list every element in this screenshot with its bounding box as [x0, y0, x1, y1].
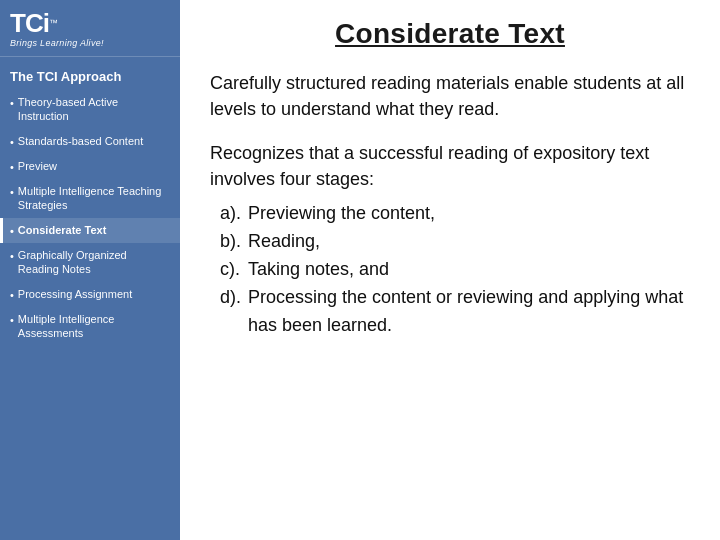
- bullet-icon: •: [10, 135, 14, 149]
- stages-list: a). Previewing the content, b). Reading,…: [210, 200, 690, 339]
- logo-text: TCi: [10, 10, 49, 36]
- intro-paragraph: Carefully structured reading materials e…: [210, 70, 690, 122]
- sidebar-item-considerate-text-label: Considerate Text: [18, 223, 106, 237]
- list-item: a). Previewing the content,: [220, 200, 690, 228]
- sidebar-item-multiple-assessments[interactable]: • Multiple Intelligence Assessments: [0, 307, 180, 346]
- bullet-icon: •: [10, 160, 14, 174]
- logo: TCi™: [10, 10, 58, 36]
- sidebar-item-theory-label: Theory-based Active Instruction: [18, 95, 170, 124]
- sidebar-item-processing-label: Processing Assignment: [18, 287, 132, 301]
- stage-text-b: Reading,: [248, 228, 320, 256]
- bullet-icon: •: [10, 224, 14, 238]
- stage-text-c: Taking notes, and: [248, 256, 389, 284]
- sidebar-item-graphically-label: Graphically Organized Reading Notes: [18, 248, 170, 277]
- stage-label-a: a).: [220, 200, 242, 228]
- sidebar-item-standards-label: Standards-based Content: [18, 134, 143, 148]
- bullet-icon: •: [10, 288, 14, 302]
- main-header: Considerate Text: [180, 0, 720, 60]
- sidebar-item-processing[interactable]: • Processing Assignment: [0, 282, 180, 307]
- sidebar: TCi™ Brings Learning Alive! The TCI Appr…: [0, 0, 180, 540]
- stage-label-d: d).: [220, 284, 242, 340]
- list-item: b). Reading,: [220, 228, 690, 256]
- logo-tm: ™: [49, 18, 58, 28]
- sidebar-item-standards[interactable]: • Standards-based Content: [0, 129, 180, 154]
- logo-tagline: Brings Learning Alive!: [10, 38, 104, 48]
- bullet-icon: •: [10, 313, 14, 327]
- page-title: Considerate Text: [200, 18, 700, 50]
- sidebar-item-theory[interactable]: • Theory-based Active Instruction: [0, 90, 180, 129]
- stage-label-c: c).: [220, 256, 242, 284]
- bullet-icon: •: [10, 185, 14, 199]
- stage-text-d: Processing the content or reviewing and …: [248, 284, 690, 340]
- list-item: d). Processing the content or reviewing …: [220, 284, 690, 340]
- bullet-icon: •: [10, 96, 14, 110]
- bullet-icon: •: [10, 249, 14, 263]
- list-item: c). Taking notes, and: [220, 256, 690, 284]
- stage-label-b: b).: [220, 228, 242, 256]
- sidebar-item-multiple-intelligence-label: Multiple Intelligence Teaching Strategie…: [18, 184, 170, 213]
- sidebar-item-preview-label: Preview: [18, 159, 57, 173]
- sidebar-item-multiple-assessments-label: Multiple Intelligence Assessments: [18, 312, 170, 341]
- stage-text-a: Previewing the content,: [248, 200, 435, 228]
- sidebar-item-preview[interactable]: • Preview: [0, 154, 180, 179]
- logo-area: TCi™ Brings Learning Alive!: [0, 0, 180, 52]
- sidebar-item-considerate-text[interactable]: • Considerate Text: [0, 218, 180, 243]
- main-body: Carefully structured reading materials e…: [180, 60, 720, 360]
- sidebar-item-graphically[interactable]: • Graphically Organized Reading Notes: [0, 243, 180, 282]
- stages-section: Recognizes that a successful reading of …: [210, 140, 690, 340]
- sidebar-item-multiple-intelligence[interactable]: • Multiple Intelligence Teaching Strateg…: [0, 179, 180, 218]
- main-content: Considerate Text Carefully structured re…: [180, 0, 720, 540]
- sidebar-nav: • Theory-based Active Instruction • Stan…: [0, 90, 180, 540]
- stages-intro: Recognizes that a successful reading of …: [210, 140, 690, 192]
- sidebar-section-title: The TCI Approach: [0, 56, 180, 90]
